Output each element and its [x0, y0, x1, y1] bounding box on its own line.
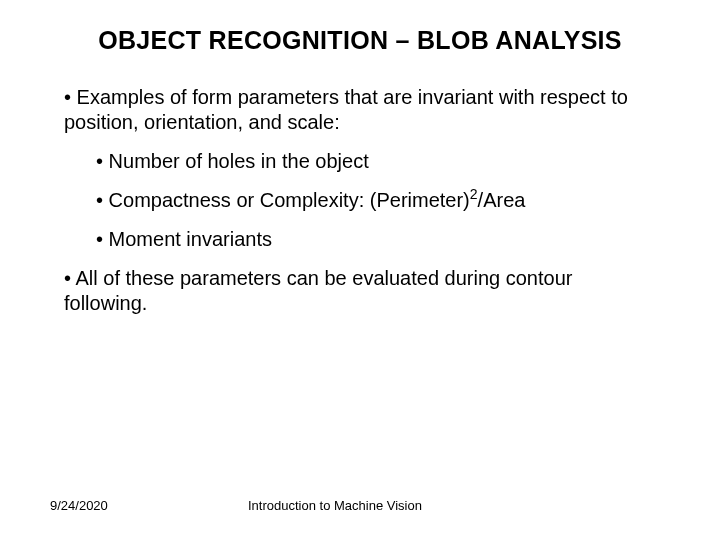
bullet-examples: Examples of form parameters that are inv… — [64, 85, 656, 135]
footer: 9/24/2020 Introduction to Machine Vision — [0, 498, 720, 518]
compactness-text-post: /Area — [478, 189, 526, 211]
slide-title: OBJECT RECOGNITION – BLOB ANALYSIS — [80, 26, 640, 55]
footer-title: Introduction to Machine Vision — [248, 498, 422, 513]
slide: OBJECT RECOGNITION – BLOB ANALYSIS Examp… — [0, 0, 720, 540]
bullet-compactness: • Compactness or Complexity: (Perimeter)… — [96, 188, 656, 213]
compactness-text-pre: Compactness or Complexity: (Perimeter) — [109, 189, 470, 211]
footer-date: 9/24/2020 — [50, 498, 108, 513]
bullet-moment: Moment invariants — [96, 227, 656, 252]
bullet-holes: Number of holes in the object — [96, 149, 656, 174]
compactness-superscript: 2 — [470, 186, 478, 202]
bullet-evaluated: All of these parameters can be evaluated… — [64, 266, 656, 316]
bullet-marker: • — [96, 189, 109, 211]
